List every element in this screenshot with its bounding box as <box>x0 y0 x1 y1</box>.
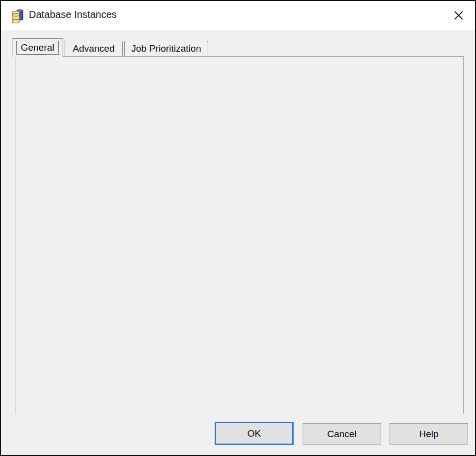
general-tab-pane <box>15 56 464 414</box>
tab-job-prioritization-label: Job Prioritization <box>127 42 205 55</box>
tab-advanced[interactable]: Advanced <box>65 41 123 56</box>
close-icon[interactable] <box>451 8 466 23</box>
database-instances-dialog: Database Instances General Advanced Job … <box>0 0 476 456</box>
tab-advanced-label: Advanced <box>69 42 119 55</box>
tab-general[interactable]: General <box>12 38 63 57</box>
help-button[interactable]: Help <box>390 423 468 445</box>
tab-general-label: General <box>16 41 59 55</box>
title-bar: Database Instances <box>1 1 475 30</box>
cancel-button[interactable]: Cancel <box>303 423 381 445</box>
tab-job-prioritization[interactable]: Job Prioritization <box>124 41 208 56</box>
ok-button[interactable]: OK <box>215 422 294 445</box>
database-icon <box>8 7 24 23</box>
window-title: Database Instances <box>29 9 117 20</box>
